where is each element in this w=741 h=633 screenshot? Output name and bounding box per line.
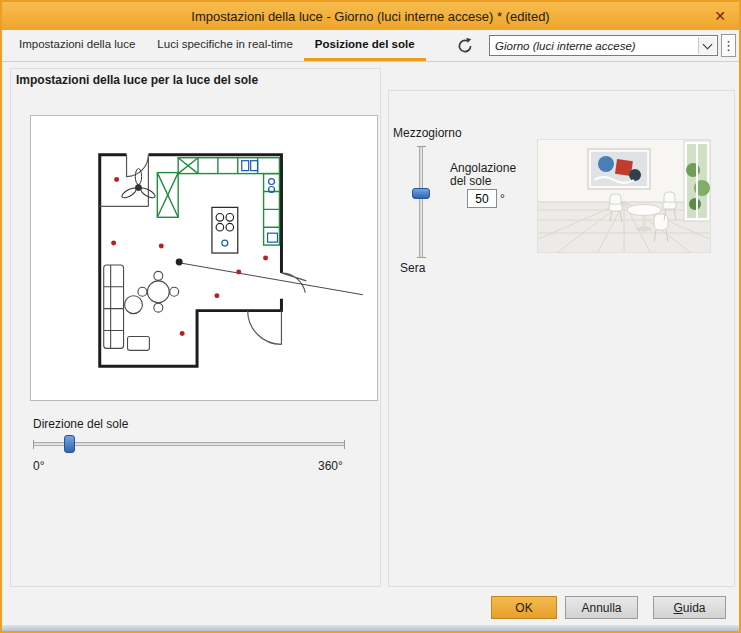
cancel-button[interactable]: Annulla [565, 596, 638, 619]
sun-angle-label-line2: del sole [450, 175, 516, 188]
sun-direction-slider-thumb[interactable] [64, 435, 75, 453]
sun-direction-slider[interactable] [33, 435, 345, 453]
floor-plan-drawing [31, 116, 377, 400]
sun-angle-field-row: ° [467, 189, 505, 208]
window-bottom-edge [2, 625, 739, 631]
slider-tick-top [417, 146, 426, 147]
title-bar: Impostazioni della luce - Giorno (luci i… [2, 2, 739, 31]
menu-dots-icon[interactable]: ⋮ [721, 34, 736, 57]
slider-tick-end [344, 440, 345, 449]
room-render [538, 140, 710, 252]
sun-elevation-slider-thumb[interactable] [412, 188, 430, 199]
sun-angle-label: Angolazione del sole [450, 162, 516, 188]
refresh-icon[interactable] [456, 37, 474, 55]
dialog-title: Impostazioni della luce - Giorno (luci i… [191, 9, 549, 24]
floor-plan-preview [30, 115, 378, 401]
evening-label: Sera [400, 261, 425, 275]
degree-symbol: ° [500, 192, 505, 206]
light-preset-select[interactable]: Giorno (luci interne accese) [489, 35, 718, 56]
help-accesskey: G [673, 601, 682, 615]
tab-impostazioni-della-luce[interactable]: Impostazioni della luce [8, 30, 146, 58]
light-settings-dialog: Impostazioni della luce - Giorno (luci i… [0, 0, 741, 633]
chevron-down-icon [698, 37, 716, 54]
slider-tick-start [33, 440, 34, 449]
tab-bar: Impostazioni della luce Luci specifiche … [2, 30, 739, 62]
direction-max-label: 360° [318, 459, 343, 473]
sun-render-preview-image [537, 139, 711, 253]
help-button[interactable]: Guida [653, 596, 726, 619]
sun-settings-header: Impostazioni della luce per la luce del … [16, 73, 258, 87]
light-preset-value: Giorno (luci interne accese) [495, 40, 636, 52]
sun-angle-input[interactable] [467, 189, 497, 208]
tab-luci-specifiche-real-time[interactable]: Luci specifiche in real-time [146, 30, 304, 58]
slider-track[interactable] [33, 442, 345, 446]
noon-label: Mezzogiorno [393, 126, 462, 140]
slider-tick-bottom [417, 257, 426, 258]
sun-direction-label: Direzione del sole [33, 417, 128, 431]
sun-elevation-slider[interactable] [412, 146, 430, 258]
slider-track[interactable] [419, 146, 423, 258]
ok-button[interactable]: OK [491, 596, 557, 619]
help-label-rest: uida [683, 601, 706, 615]
direction-min-label: 0° [33, 459, 44, 473]
close-icon[interactable]: ✕ [711, 7, 729, 25]
tab-posizione-del-sole[interactable]: Posizione del sole [304, 30, 426, 61]
